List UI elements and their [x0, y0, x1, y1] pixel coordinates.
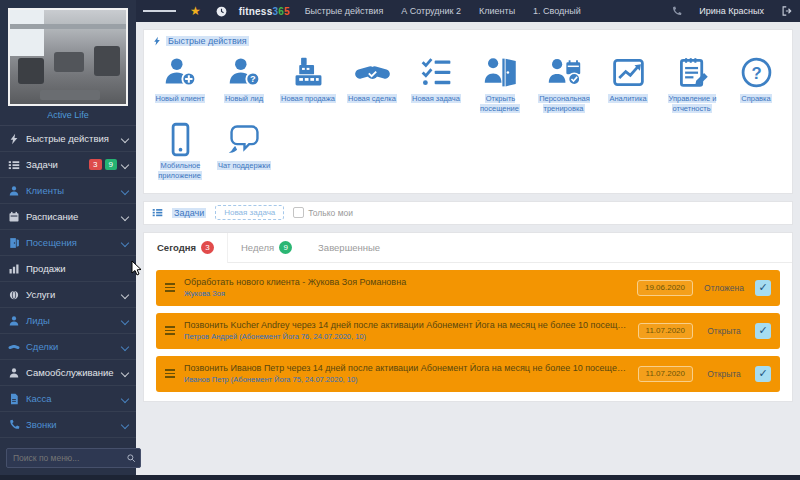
sidebar-item-clients[interactable]: Клиенты: [0, 178, 136, 204]
new-task-button[interactable]: Новая задача: [215, 205, 284, 220]
sidebar-item-services[interactable]: Услуги: [0, 282, 136, 308]
task-date-badge[interactable]: 11.07.2020: [638, 323, 693, 339]
support-chat-icon: [226, 121, 263, 158]
task-date-badge[interactable]: 11.07.2020: [638, 366, 693, 382]
qa-new-sale[interactable]: Новая продажа: [276, 54, 340, 114]
checklist-icon: [418, 54, 455, 91]
sidebar-item-tasks[interactable]: Задачи 3 9: [0, 152, 136, 178]
chevron-down-icon: [121, 316, 129, 324]
tasks-green-badge: 9: [105, 159, 117, 171]
task-date-badge[interactable]: 19.06.2020: [637, 280, 693, 296]
svg-text:?: ?: [249, 74, 255, 84]
person-question-icon: ?: [226, 54, 263, 91]
qa-analytics[interactable]: Аналитика: [596, 54, 660, 114]
task-title: Позвонить Kucher Andrey через 14 дней по…: [184, 320, 629, 330]
user-icon: [8, 185, 20, 197]
task-row[interactable]: Обработать нового клиента - Жукова Зоя Р…: [156, 270, 780, 306]
user-menu[interactable]: Ирина Красных: [689, 6, 774, 16]
task-status: Открыта: [702, 326, 746, 336]
chevron-down-icon: [121, 238, 129, 246]
task-subject-link[interactable]: Иванов Петр (Абонемент Йога 75, 24.07.20…: [184, 375, 629, 384]
sidebar-menu: Быстрые действия Задачи 3 9 Клиенты Расп…: [0, 125, 136, 480]
qa-open-visit[interactable]: Открыть посещение: [468, 54, 532, 114]
task-complete-checkbox[interactable]: ✓: [755, 323, 771, 339]
phone-icon[interactable]: [664, 0, 689, 22]
topnav-summary[interactable]: 1. Сводный: [524, 0, 590, 22]
report-pencil-icon: [674, 54, 711, 91]
bottom-edge-bar: [0, 475, 800, 480]
club-name: Active Life: [0, 110, 136, 120]
quick-actions-title: Быстрые действия: [166, 36, 249, 46]
tab-today[interactable]: Сегодня 3: [144, 233, 228, 263]
phone-icon: [8, 419, 20, 431]
sidebar-item-calls[interactable]: Звонки: [0, 412, 136, 438]
handshake-icon: [8, 341, 20, 353]
drag-handle-icon[interactable]: [165, 367, 175, 380]
qa-personal-training[interactable]: Персональная тренировка: [532, 54, 596, 114]
task-title: Позвонить Иванов Петр через 14 дней посл…: [184, 363, 629, 373]
qa-help[interactable]: ? Справка: [724, 54, 788, 114]
list-icon: [152, 207, 163, 218]
bolt-icon: [8, 133, 20, 145]
door-icon: [8, 237, 20, 249]
chevron-down-icon: [121, 368, 129, 376]
qa-new-task[interactable]: Новая задача: [404, 54, 468, 114]
sidebar-item-quick-actions[interactable]: Быстрые действия: [0, 126, 136, 152]
bolt-icon: [152, 36, 162, 46]
task-complete-checkbox[interactable]: ✓: [755, 366, 771, 382]
topnav-quick-actions[interactable]: Быстрые действия: [296, 0, 393, 22]
only-mine-toggle[interactable]: Только мои: [293, 207, 353, 218]
sidebar-item-sales[interactable]: Продажи: [0, 256, 136, 282]
chevron-down-icon: [121, 212, 129, 220]
chevron-down-icon: [121, 160, 129, 168]
menu-search-input[interactable]: [11, 452, 126, 464]
sidebar-item-cashdesk[interactable]: Касса: [0, 386, 136, 412]
topbar: ★ fitness365 Быстрые действия А Сотрудни…: [136, 0, 800, 22]
clock-icon[interactable]: [208, 0, 235, 22]
app-logo[interactable]: fitness365: [239, 6, 290, 17]
drag-handle-icon[interactable]: [165, 281, 175, 294]
task-status: Открыта: [702, 369, 746, 379]
qa-new-deal[interactable]: Новая сделка: [340, 54, 404, 114]
drag-handle-icon[interactable]: [165, 324, 175, 337]
globe-icon: [8, 289, 20, 301]
qa-management-reports[interactable]: Управление и отчетность: [660, 54, 724, 114]
week-count-badge: 9: [279, 241, 292, 254]
mobile-phone-icon: [162, 121, 199, 158]
task-row[interactable]: Позвонить Иванов Петр через 14 дней посл…: [156, 356, 780, 392]
task-subject-link[interactable]: Жукова Зоя: [184, 289, 628, 298]
chevron-down-icon: [121, 290, 129, 298]
topnav-employee[interactable]: А Сотрудник 2: [392, 0, 470, 22]
task-subject-link[interactable]: Петров Андрей (Абонемент Йога 76, 24.07.…: [184, 332, 629, 341]
sidebar-item-visits[interactable]: Посещения: [0, 230, 136, 256]
chevron-down-icon: [121, 134, 129, 142]
person-plus-icon: [162, 54, 199, 91]
search-icon: [126, 453, 136, 463]
qa-mobile-app[interactable]: Мобильное приложение: [148, 121, 212, 181]
cash-register-icon: [290, 54, 327, 91]
door-enter-icon: [482, 54, 519, 91]
club-photo: [8, 8, 128, 106]
sidebar-item-leads[interactable]: Лиды: [0, 308, 136, 334]
user-icon: [8, 367, 20, 379]
task-row[interactable]: Позвонить Kucher Andrey через 14 дней по…: [156, 313, 780, 349]
logout-icon[interactable]: [774, 0, 800, 22]
qa-new-lead[interactable]: ? Новый лид: [212, 54, 276, 114]
tasks-header-bar: Задачи Новая задача Только мои: [143, 201, 793, 225]
quick-actions-grid: Новый клиент ? Новый лид Новая продажа Н…: [144, 48, 792, 193]
tasks-title: Задачи: [172, 208, 206, 218]
tab-completed[interactable]: Завершенные: [305, 233, 393, 262]
trainer-calendar-icon: [546, 54, 583, 91]
calendar-icon: [8, 211, 20, 223]
tab-week[interactable]: Неделя 9: [228, 233, 305, 262]
sidebar-item-self-service[interactable]: Самообслуживание: [0, 360, 136, 386]
menu-toggle-icon[interactable]: [136, 0, 183, 22]
favorites-star-icon[interactable]: ★: [183, 0, 208, 22]
qa-support-chat[interactable]: Чат поддержки: [212, 121, 276, 181]
only-mine-checkbox[interactable]: [293, 207, 304, 218]
task-complete-checkbox[interactable]: ✓: [755, 280, 771, 296]
qa-new-client[interactable]: Новый клиент: [148, 54, 212, 114]
sidebar-item-schedule[interactable]: Расписание: [0, 204, 136, 230]
topnav-clients[interactable]: Клиенты: [470, 0, 524, 22]
sidebar-item-deals[interactable]: Сделки: [0, 334, 136, 360]
